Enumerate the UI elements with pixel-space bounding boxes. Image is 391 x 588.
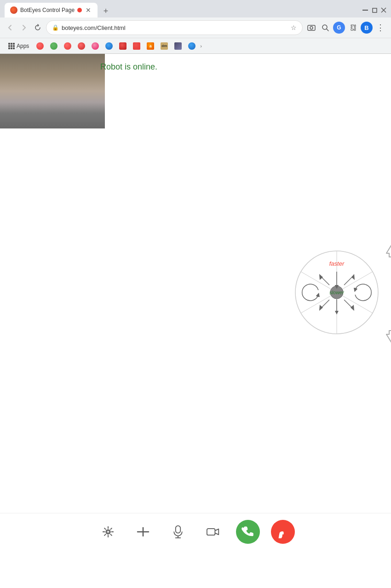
active-tab[interactable]: BotEyes Control Page ✕ [5,3,98,17]
status-text: Robot is online. [100,62,157,72]
browser-chrome: BotEyes Control Page ✕ + [0,0,391,54]
apps-label: Apps [17,43,29,49]
apps-grid-icon [8,43,15,49]
svg-point-20 [37,63,68,80]
bookmark-item-6[interactable] [103,41,115,51]
forward-button[interactable] [18,22,29,33]
new-tab-button[interactable]: + [99,5,112,17]
end-call-button[interactable] [271,520,295,544]
bookmarks-more-button[interactable]: › [200,43,202,49]
bookmark-item-3[interactable] [61,41,74,51]
svg-marker-30 [386,331,391,343]
recording-dot [77,8,82,12]
svg-text:faster: faster [329,260,345,267]
svg-line-7 [327,29,328,31]
settings-icon [102,525,115,538]
bookmark-favicon-4 [78,42,85,50]
bookmark-item-10[interactable]: dm [158,41,171,51]
bookmark-favicon-12 [188,42,196,50]
up-arrow-button[interactable] [385,244,391,260]
svg-rect-23 [40,82,51,89]
svg-rect-17 [28,111,32,128]
more-menu-button[interactable]: ⋮ [374,22,386,34]
svg-rect-1 [373,8,377,12]
bottom-control-bar [0,513,391,550]
svg-rect-18 [46,93,59,107]
microphone-icon [172,525,184,538]
close-window-button[interactable] [381,7,386,13]
url-text: boteyes.com/Client.html [62,24,288,31]
svg-rect-11 [6,65,9,98]
accept-call-button[interactable] [236,520,260,544]
end-call-icon [276,525,289,538]
title-bar: BotEyes Control Page ✕ + [0,0,391,17]
bookmark-favicon-9: a [147,42,154,50]
camera-button[interactable] [201,520,225,544]
svg-point-53 [107,530,109,533]
bookmark-item-11[interactable] [172,41,184,51]
url-bar[interactable]: 🔒 boteyes.com/Client.html ☆ [46,20,303,35]
back-button[interactable] [5,22,16,33]
svg-rect-13 [15,65,17,98]
svg-point-26 [43,84,47,87]
down-arrow-button[interactable] [385,330,391,345]
separator-icon [137,525,150,538]
bookmark-favicon-11 [174,42,182,50]
bookmark-item-7[interactable] [116,41,129,51]
camera-toolbar-icon[interactable] [305,22,317,34]
svg-point-19 [36,69,69,104]
bookmark-favicon-1 [36,42,44,50]
layout-button[interactable] [131,520,155,544]
bookmark-favicon-2 [50,42,58,50]
bookmark-item-9[interactable]: a [144,41,157,51]
bookmark-item-12[interactable] [185,41,198,51]
refresh-button[interactable] [32,22,43,33]
video-feed [0,54,105,128]
bookmark-favicon-7 [119,42,126,50]
tab-bar: BotEyes Control Page ✕ + [5,3,112,17]
bookmark-item-1[interactable] [34,41,46,51]
svg-rect-4 [308,25,315,30]
camera-icon [207,525,219,538]
svg-text:slower: slower [329,290,345,295]
search-toolbar-icon[interactable] [319,22,331,34]
control-wheel-container: faster slower [291,246,387,343]
bookmarks-bar: Apps a dm [0,38,391,53]
svg-rect-10 [2,65,5,98]
bookmark-item-8[interactable] [130,41,143,51]
svg-point-27 [56,84,60,87]
svg-rect-57 [176,525,181,533]
bookmark-item-2[interactable] [47,41,60,51]
bookmark-item-5[interactable] [89,41,102,51]
control-wheel-wrapper: faster slower [291,246,387,343]
svg-rect-12 [11,65,13,98]
bookmark-favicon-5 [92,42,99,50]
svg-rect-60 [207,529,215,535]
svg-point-5 [310,27,313,29]
puzzle-icon[interactable] [347,22,359,34]
settings-button[interactable] [96,520,120,544]
svg-rect-15 [30,95,75,123]
bookmark-favicon-6 [105,42,113,50]
bookmark-favicon-3 [64,42,71,50]
tab-title: BotEyes Control Page [20,7,75,13]
window-controls [362,7,386,13]
svg-rect-8 [0,54,105,128]
google-icon[interactable]: G [333,22,345,34]
accept-call-icon [242,525,254,538]
tab-close-button[interactable]: ✕ [85,6,92,14]
toolbar-icons: G B ⋮ [305,22,386,34]
bookmark-item-4[interactable] [75,41,88,51]
maximize-button[interactable] [372,7,377,13]
status-label: Robot is online. [100,62,157,71]
svg-point-16 [25,100,80,128]
minimize-button[interactable] [362,7,368,13]
svg-rect-9 [0,63,23,100]
lock-icon: 🔒 [52,24,59,31]
svg-point-14 [27,86,78,123]
profile-button[interactable]: B [361,22,373,34]
apps-button[interactable]: Apps [5,41,33,51]
microphone-button[interactable] [166,520,190,544]
bookmark-favicon-8 [133,42,140,50]
bookmark-star-icon[interactable]: ☆ [291,24,297,31]
